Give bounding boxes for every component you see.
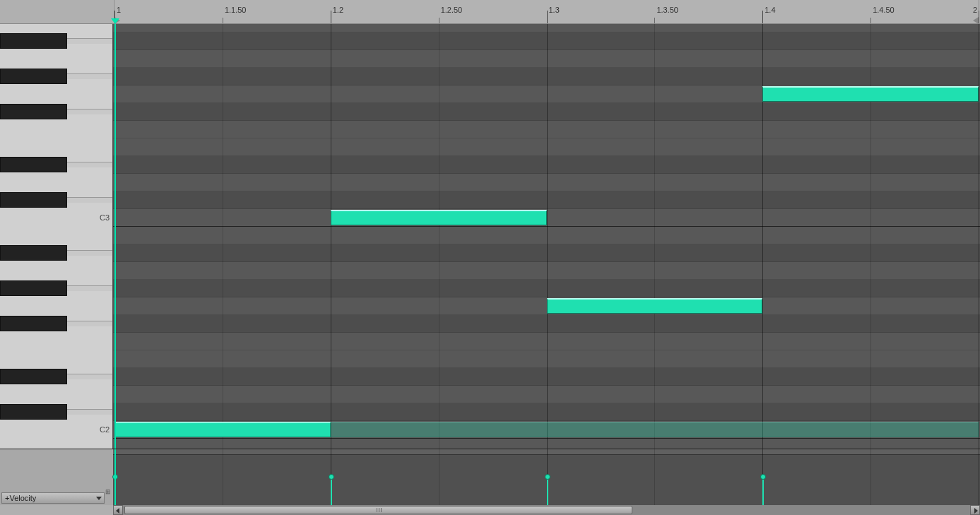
ruler-tick-label: 1.3.50	[656, 6, 678, 14]
playhead-line[interactable]	[114, 449, 116, 505]
piano-black-key[interactable]	[0, 369, 67, 384]
lane-selector-label: +Velocity	[5, 493, 36, 503]
piano-black-key[interactable]	[0, 104, 67, 119]
scrollbar-thumb[interactable]	[124, 506, 632, 514]
note-grid[interactable]	[113, 24, 980, 449]
velocity-stem[interactable]	[331, 477, 332, 505]
ruler-tick-label: 1.4	[764, 6, 775, 14]
velocity-handle[interactable]	[545, 474, 550, 480]
piano-panel: C4C3C2	[0, 0, 113, 449]
piano-black-key[interactable]	[0, 69, 67, 84]
midi-note[interactable]	[762, 86, 979, 102]
piano-black-key[interactable]	[0, 157, 67, 172]
scrollbar-track[interactable]	[123, 505, 970, 515]
ruler-tick-label: 2	[973, 6, 977, 14]
velocity-handle[interactable]	[760, 474, 766, 480]
panel-header-blank	[0, 0, 113, 24]
ruler-tick-label: 1.1.50	[225, 6, 247, 14]
time-ruler[interactable]: 11.1.501.21.2.501.31.3.501.41.4.502	[113, 0, 980, 24]
expand-lane-icon[interactable]	[105, 484, 112, 491]
piano-black-key[interactable]	[0, 316, 67, 331]
piano-black-key[interactable]	[0, 245, 67, 261]
ruler-tick-label: 1.4.50	[873, 6, 895, 14]
velocity-stem[interactable]	[547, 477, 548, 505]
velocity-stem[interactable]	[762, 477, 764, 505]
piano-black-key[interactable]	[0, 33, 67, 49]
lane-header: +Velocity	[0, 449, 113, 505]
playhead-line[interactable]	[114, 24, 116, 449]
piano-black-key[interactable]	[0, 192, 67, 208]
scroll-right-button[interactable]	[970, 505, 980, 515]
midi-note[interactable]	[331, 210, 547, 225]
scroll-left-button[interactable]	[113, 505, 123, 515]
ruler-tick-label: 1.3	[549, 6, 560, 14]
lane-selector-dropdown[interactable]: +Velocity	[1, 492, 105, 504]
ruler-tick-label: 1	[117, 6, 121, 14]
piano-keyboard[interactable]: C4C3C2	[0, 24, 113, 449]
velocity-lane[interactable]	[113, 449, 980, 505]
ruler-tick-label: 1.2.50	[441, 6, 463, 14]
piano-white-key[interactable]	[0, 432, 112, 449]
midi-note[interactable]	[547, 298, 763, 314]
horizontal-scrollbar[interactable]	[0, 505, 980, 515]
chevron-down-icon	[96, 497, 102, 500]
piano-black-key[interactable]	[0, 404, 67, 420]
piano-black-key[interactable]	[0, 280, 67, 296]
ruler-tick-label: 1.2	[333, 6, 343, 14]
midi-note-ghost[interactable]	[114, 422, 979, 437]
velocity-handle[interactable]	[329, 474, 334, 480]
